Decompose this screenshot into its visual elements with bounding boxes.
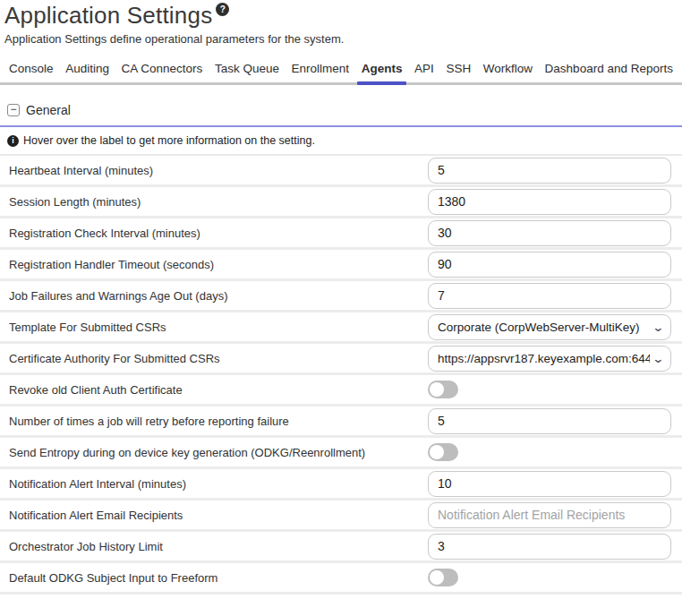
registration-handler-timeout-seconds-input[interactable]: [428, 252, 671, 278]
control-cell: [428, 220, 671, 246]
control-cell: [428, 408, 671, 434]
control-cell: [428, 381, 671, 398]
settings-table: Heartbeat Interval (minutes)Session Leng…: [0, 156, 682, 595]
setting-label: Session Length (minutes): [9, 195, 141, 209]
setting-row-notification-alert-email-recipients: Notification Alert Email Recipients: [0, 500, 682, 532]
registration-check-interval-minutes-input[interactable]: [428, 220, 671, 246]
setting-row-certificate-authority-for-submitted-csrs: Certificate Authority For Submitted CSRs…: [0, 344, 682, 375]
setting-row-session-length-minutes: Session Length (minutes): [0, 187, 682, 218]
toggle-knob: [430, 382, 444, 397]
setting-label: Job Failures and Warnings Age Out (days): [9, 289, 227, 303]
orchestrator-job-history-limit-input[interactable]: [428, 534, 671, 560]
collapse-icon[interactable]: −: [7, 104, 20, 116]
setting-row-number-of-times-a-job-will-retry-before-reporting-failure: Number of times a job will retry before …: [0, 406, 682, 438]
number-of-times-a-job-will-retry-before-reporting-failure-input[interactable]: [428, 408, 671, 434]
help-icon[interactable]: ?: [216, 3, 229, 16]
setting-label: Notification Alert Interval (minutes): [9, 477, 186, 491]
setting-label: Send Entropy during on device key genera…: [9, 446, 365, 459]
setting-row-registration-handler-timeout-seconds: Registration Handler Timeout (seconds): [0, 250, 682, 281]
toggle-knob: [430, 570, 444, 585]
tab-task-queue[interactable]: Task Queue: [213, 60, 281, 82]
control-cell: https://appsrvr187.keyexample.com:6447\C…: [428, 346, 671, 372]
control-cell: [428, 471, 671, 497]
setting-label: Registration Handler Timeout (seconds): [9, 258, 214, 271]
notification-alert-email-recipients-input[interactable]: [428, 502, 671, 528]
setting-label: Heartbeat Interval (minutes): [9, 164, 153, 177]
setting-row-notification-alert-interval-minutes: Notification Alert Interval (minutes): [0, 469, 682, 500]
info-note-text: Hover over the label to get more informa…: [23, 134, 315, 147]
setting-label: Notification Alert Email Recipients: [9, 509, 183, 522]
control-cell: [428, 443, 671, 461]
control-cell: [428, 502, 671, 528]
control-cell: [428, 189, 671, 215]
tab-ssh[interactable]: SSH: [444, 60, 473, 82]
toggle-knob: [430, 445, 444, 459]
template-for-submitted-csrs-select[interactable]: Corporate (CorpWebServer-MultiKey)⌄: [428, 314, 671, 340]
control-cell: [428, 283, 671, 309]
page-title: Application Settings: [4, 2, 212, 29]
heartbeat-interval-minutes-input[interactable]: [428, 158, 671, 184]
tab-enrollment[interactable]: Enrollment: [290, 60, 352, 82]
chevron-down-icon: ⌄: [652, 353, 664, 364]
job-failures-and-warnings-age-out-days-input[interactable]: [428, 283, 671, 309]
setting-label: Template For Submitted CSRs: [9, 321, 166, 334]
setting-row-send-entropy-during-on-device-key-generation-odkg-reenrollment: Send Entropy during on device key genera…: [0, 438, 682, 469]
control-cell: [428, 569, 671, 586]
certificate-authority-for-submitted-csrs-select[interactable]: https://appsrvr187.keyexample.com:6447\C…: [428, 346, 671, 372]
session-length-minutes-input[interactable]: [428, 189, 671, 215]
control-cell: [428, 158, 671, 184]
tab-auditing[interactable]: Auditing: [64, 60, 111, 82]
tab-ca-connectors[interactable]: CA Connectors: [120, 60, 205, 82]
select-value: https://appsrvr187.keyexample.com:6447\C…: [438, 352, 650, 365]
control-cell: [428, 252, 671, 278]
setting-row-job-failures-and-warnings-age-out-days: Job Failures and Warnings Age Out (days): [0, 281, 682, 312]
setting-row-heartbeat-interval-minutes: Heartbeat Interval (minutes): [0, 156, 682, 187]
tab-agents[interactable]: Agents: [360, 60, 405, 82]
tab-workflow[interactable]: Workflow: [482, 60, 534, 82]
setting-row-revoke-old-client-auth-certificate: Revoke old Client Auth Certificate: [0, 375, 682, 406]
info-icon: i: [7, 135, 19, 147]
setting-label: Certificate Authority For Submitted CSRs: [9, 352, 220, 365]
setting-label: Revoke old Client Auth Certificate: [9, 383, 183, 397]
default-odkg-subject-input-to-freeform-toggle[interactable]: [428, 569, 458, 586]
notification-alert-interval-minutes-input[interactable]: [428, 471, 671, 497]
setting-row-orchestrator-job-history-limit: Orchestrator Job History Limit: [0, 532, 682, 563]
setting-row-template-for-submitted-csrs: Template For Submitted CSRsCorporate (Co…: [0, 312, 682, 344]
control-cell: [428, 534, 671, 560]
tab-dashboard-and-reports[interactable]: Dashboard and Reports: [543, 60, 675, 82]
page-subtitle: Application Settings define operational …: [4, 32, 682, 46]
chevron-down-icon: ⌄: [652, 321, 664, 333]
info-note: i Hover over the label to get more infor…: [0, 127, 682, 156]
select-value: Corporate (CorpWebServer-MultiKey): [438, 321, 650, 334]
tab-api[interactable]: API: [413, 60, 436, 82]
section-title: General: [26, 103, 71, 117]
setting-row-registration-check-interval-minutes: Registration Check Interval (minutes): [0, 218, 682, 250]
tab-console[interactable]: Console: [7, 60, 55, 82]
revoke-old-client-auth-certificate-toggle[interactable]: [428, 381, 458, 398]
setting-label: Registration Check Interval (minutes): [9, 227, 200, 240]
page-header: Application Settings ? Application Setti…: [0, 0, 682, 46]
control-cell: Corporate (CorpWebServer-MultiKey)⌄: [428, 314, 671, 340]
setting-label: Number of times a job will retry before …: [9, 415, 289, 428]
send-entropy-during-on-device-key-generation-odkg-reenrollment-toggle[interactable]: [428, 443, 458, 461]
setting-row-default-odkg-subject-input-to-freeform: Default ODKG Subject Input to Freeform: [0, 563, 682, 595]
tab-bar: ConsoleAuditingCA ConnectorsTask QueueEn…: [0, 60, 682, 85]
setting-label: Default ODKG Subject Input to Freeform: [9, 571, 217, 585]
section-header-general[interactable]: − General: [0, 103, 682, 127]
setting-label: Orchestrator Job History Limit: [9, 540, 163, 553]
